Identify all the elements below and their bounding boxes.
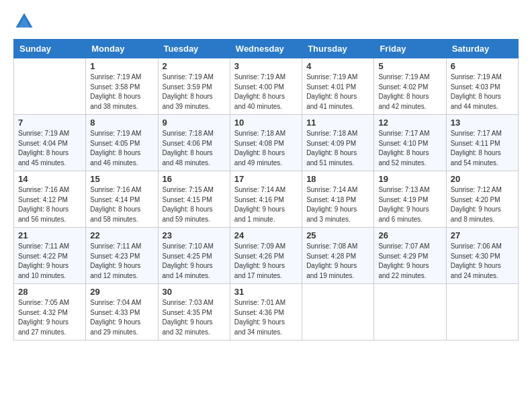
calendar-cell: 1Sunrise: 7:19 AM Sunset: 3:58 PM Daylig… (86, 58, 158, 115)
calendar-week-5: 28Sunrise: 7:05 AM Sunset: 4:32 PM Dayli… (14, 284, 519, 340)
day-number: 26 (378, 230, 441, 240)
day-number: 29 (90, 287, 153, 297)
day-info: Sunrise: 7:16 AM Sunset: 4:12 PM Dayligh… (18, 185, 81, 224)
day-info: Sunrise: 7:01 AM Sunset: 4:36 PM Dayligh… (234, 298, 298, 337)
day-info: Sunrise: 7:14 AM Sunset: 4:18 PM Dayligh… (306, 185, 369, 224)
day-info: Sunrise: 7:03 AM Sunset: 4:35 PM Dayligh… (163, 298, 226, 337)
calendar-week-2: 7Sunrise: 7:19 AM Sunset: 4:04 PM Daylig… (14, 115, 519, 171)
day-number: 9 (163, 118, 226, 128)
calendar-cell (374, 284, 446, 340)
day-info: Sunrise: 7:17 AM Sunset: 4:11 PM Dayligh… (451, 129, 514, 168)
weekday-header-saturday: Saturday (446, 40, 518, 58)
day-info: Sunrise: 7:11 AM Sunset: 4:22 PM Dayligh… (18, 242, 81, 281)
day-info: Sunrise: 7:19 AM Sunset: 4:05 PM Dayligh… (90, 129, 153, 168)
logo (13, 11, 38, 32)
day-number: 27 (451, 230, 514, 240)
weekday-header-friday: Friday (374, 40, 446, 58)
day-info: Sunrise: 7:13 AM Sunset: 4:19 PM Dayligh… (378, 185, 441, 224)
day-info: Sunrise: 7:19 AM Sunset: 4:02 PM Dayligh… (378, 73, 441, 111)
day-number: 2 (163, 61, 226, 71)
day-number: 21 (18, 230, 81, 240)
day-info: Sunrise: 7:06 AM Sunset: 4:30 PM Dayligh… (451, 242, 514, 281)
day-info: Sunrise: 7:17 AM Sunset: 4:10 PM Dayligh… (378, 129, 441, 168)
day-info: Sunrise: 7:12 AM Sunset: 4:20 PM Dayligh… (451, 185, 514, 224)
day-info: Sunrise: 7:19 AM Sunset: 4:00 PM Dayligh… (234, 73, 298, 111)
day-number: 19 (378, 174, 441, 184)
calendar-cell: 8Sunrise: 7:19 AM Sunset: 4:05 PM Daylig… (86, 115, 158, 171)
day-number: 22 (90, 230, 153, 240)
day-number: 17 (234, 174, 298, 184)
day-info: Sunrise: 7:19 AM Sunset: 4:04 PM Dayligh… (18, 129, 81, 168)
calendar-cell: 6Sunrise: 7:19 AM Sunset: 4:03 PM Daylig… (446, 58, 518, 115)
calendar-cell (14, 58, 86, 115)
day-number: 12 (378, 118, 441, 128)
day-number: 6 (451, 61, 514, 71)
day-number: 16 (163, 174, 226, 184)
day-info: Sunrise: 7:11 AM Sunset: 4:23 PM Dayligh… (90, 242, 153, 281)
day-number: 25 (306, 230, 369, 240)
day-number: 28 (18, 287, 81, 297)
calendar-cell (302, 284, 374, 340)
day-info: Sunrise: 7:19 AM Sunset: 3:59 PM Dayligh… (163, 73, 226, 111)
day-info: Sunrise: 7:05 AM Sunset: 4:32 PM Dayligh… (18, 298, 81, 337)
day-info: Sunrise: 7:19 AM Sunset: 4:03 PM Dayligh… (451, 73, 514, 111)
calendar-cell: 15Sunrise: 7:16 AM Sunset: 4:14 PM Dayli… (86, 171, 158, 228)
calendar-cell: 26Sunrise: 7:07 AM Sunset: 4:29 PM Dayli… (374, 228, 446, 284)
day-number: 8 (90, 118, 153, 128)
calendar-cell: 3Sunrise: 7:19 AM Sunset: 4:00 PM Daylig… (230, 58, 302, 115)
day-info: Sunrise: 7:09 AM Sunset: 4:26 PM Dayligh… (234, 242, 298, 281)
calendar-table: SundayMondayTuesdayWednesdayThursdayFrid… (13, 39, 519, 340)
calendar-cell: 20Sunrise: 7:12 AM Sunset: 4:20 PM Dayli… (446, 171, 518, 228)
day-number: 5 (378, 61, 441, 71)
calendar-cell: 22Sunrise: 7:11 AM Sunset: 4:23 PM Dayli… (86, 228, 158, 284)
day-info: Sunrise: 7:10 AM Sunset: 4:25 PM Dayligh… (163, 242, 226, 281)
calendar-cell: 17Sunrise: 7:14 AM Sunset: 4:16 PM Dayli… (230, 171, 302, 228)
day-info: Sunrise: 7:19 AM Sunset: 3:58 PM Dayligh… (90, 73, 153, 111)
calendar-cell: 31Sunrise: 7:01 AM Sunset: 4:36 PM Dayli… (230, 284, 302, 340)
day-info: Sunrise: 7:18 AM Sunset: 4:08 PM Dayligh… (234, 129, 298, 168)
weekday-header-row: SundayMondayTuesdayWednesdayThursdayFrid… (14, 40, 519, 58)
weekday-header-tuesday: Tuesday (158, 40, 230, 58)
calendar-cell: 28Sunrise: 7:05 AM Sunset: 4:32 PM Dayli… (14, 284, 86, 340)
calendar-cell: 13Sunrise: 7:17 AM Sunset: 4:11 PM Dayli… (446, 115, 518, 171)
weekday-header-sunday: Sunday (14, 40, 86, 58)
calendar-cell: 9Sunrise: 7:18 AM Sunset: 4:06 PM Daylig… (158, 115, 230, 171)
day-number: 15 (90, 174, 153, 184)
day-number: 30 (163, 287, 226, 297)
day-info: Sunrise: 7:18 AM Sunset: 4:09 PM Dayligh… (306, 129, 369, 168)
calendar-cell: 5Sunrise: 7:19 AM Sunset: 4:02 PM Daylig… (374, 58, 446, 115)
day-info: Sunrise: 7:08 AM Sunset: 4:28 PM Dayligh… (306, 242, 369, 281)
calendar-week-1: 1Sunrise: 7:19 AM Sunset: 3:58 PM Daylig… (14, 58, 519, 115)
page: SundayMondayTuesdayWednesdayThursdayFrid… (0, 0, 532, 411)
logo-icon (13, 11, 35, 32)
calendar-cell: 7Sunrise: 7:19 AM Sunset: 4:04 PM Daylig… (14, 115, 86, 171)
calendar-cell: 16Sunrise: 7:15 AM Sunset: 4:15 PM Dayli… (158, 171, 230, 228)
day-number: 1 (90, 61, 153, 71)
day-number: 7 (18, 118, 81, 128)
calendar-cell: 12Sunrise: 7:17 AM Sunset: 4:10 PM Dayli… (374, 115, 446, 171)
calendar-cell: 24Sunrise: 7:09 AM Sunset: 4:26 PM Dayli… (230, 228, 302, 284)
day-number: 18 (306, 174, 369, 184)
day-number: 4 (306, 61, 369, 71)
calendar-cell: 18Sunrise: 7:14 AM Sunset: 4:18 PM Dayli… (302, 171, 374, 228)
day-number: 31 (234, 287, 298, 297)
calendar-cell: 2Sunrise: 7:19 AM Sunset: 3:59 PM Daylig… (158, 58, 230, 115)
header (13, 11, 519, 32)
day-number: 3 (234, 61, 298, 71)
calendar-week-3: 14Sunrise: 7:16 AM Sunset: 4:12 PM Dayli… (14, 171, 519, 228)
weekday-header-monday: Monday (86, 40, 158, 58)
calendar-cell: 29Sunrise: 7:04 AM Sunset: 4:33 PM Dayli… (86, 284, 158, 340)
calendar-cell: 21Sunrise: 7:11 AM Sunset: 4:22 PM Dayli… (14, 228, 86, 284)
calendar-cell: 11Sunrise: 7:18 AM Sunset: 4:09 PM Dayli… (302, 115, 374, 171)
weekday-header-thursday: Thursday (302, 40, 374, 58)
day-number: 14 (18, 174, 81, 184)
day-info: Sunrise: 7:07 AM Sunset: 4:29 PM Dayligh… (378, 242, 441, 281)
weekday-header-wednesday: Wednesday (230, 40, 302, 58)
calendar-cell: 10Sunrise: 7:18 AM Sunset: 4:08 PM Dayli… (230, 115, 302, 171)
day-info: Sunrise: 7:19 AM Sunset: 4:01 PM Dayligh… (306, 73, 369, 111)
calendar-cell: 14Sunrise: 7:16 AM Sunset: 4:12 PM Dayli… (14, 171, 86, 228)
calendar-cell: 19Sunrise: 7:13 AM Sunset: 4:19 PM Dayli… (374, 171, 446, 228)
day-number: 11 (306, 118, 369, 128)
day-number: 20 (451, 174, 514, 184)
calendar-cell: 4Sunrise: 7:19 AM Sunset: 4:01 PM Daylig… (302, 58, 374, 115)
